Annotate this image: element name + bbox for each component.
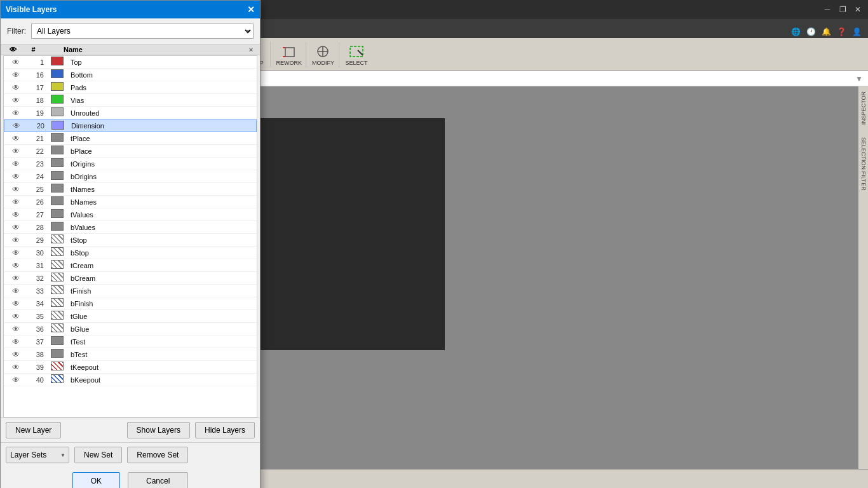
layer-name[interactable]: bStop [71,249,254,257]
header-clear[interactable]: × [245,46,257,53]
remove-set-button[interactable]: Remove Set [127,447,188,463]
layer-color-swatch[interactable] [48,260,67,271]
layer-row[interactable]: 👁 39 tKeepout [4,361,257,374]
layer-visibility-toggle[interactable]: 👁 [6,83,25,92]
layer-visibility-toggle[interactable]: 👁 [6,363,25,372]
layer-row[interactable]: 👁 21 tPlace [4,132,257,145]
layer-visibility-toggle[interactable]: 👁 [6,312,25,321]
layer-color-swatch[interactable] [48,107,67,118]
layer-name[interactable]: Dimension [71,122,254,130]
layer-color-swatch[interactable] [48,234,67,245]
layer-name[interactable]: bOrigins [71,173,254,180]
layer-row[interactable]: 👁 31 tCream [4,259,257,272]
layer-color-swatch[interactable] [48,247,67,258]
layer-name[interactable]: bKeepout [71,376,254,384]
layer-visibility-toggle[interactable]: 👁 [6,261,25,270]
layer-color-swatch[interactable] [48,171,67,182]
dialog-close-button[interactable]: ✕ [247,4,255,15]
layer-visibility-toggle[interactable]: 👁 [6,172,25,181]
layer-name[interactable]: tNames [71,186,254,193]
layer-color-swatch[interactable] [48,336,67,347]
layer-color-swatch[interactable] [48,133,67,144]
layer-name[interactable]: tTest [71,338,254,346]
new-set-button[interactable]: New Set [74,447,122,463]
layer-visibility-toggle[interactable]: 👁 [6,274,25,283]
layer-row[interactable]: 👁 36 bGlue [4,323,257,336]
show-layers-button[interactable]: Show Layers [127,422,190,438]
layer-row[interactable]: 👁 30 bStop [4,247,257,259]
layer-visibility-toggle[interactable]: 👁 [6,223,25,232]
layer-color-swatch[interactable] [48,95,67,105]
layer-row[interactable]: 👁 18 Vias [4,94,257,107]
layer-row[interactable]: 👁 24 bOrigins [4,170,257,183]
layer-row[interactable]: 👁 34 bFinish [4,297,257,310]
layer-name[interactable]: bPlace [71,147,254,155]
layer-name[interactable]: tKeepout [71,363,254,371]
layer-color-swatch[interactable] [48,311,67,322]
layer-name[interactable]: tOrigins [71,160,254,168]
layer-color-swatch[interactable] [48,374,67,385]
layer-name[interactable]: bTest [71,351,254,358]
layer-name[interactable]: Top [71,58,254,66]
layer-color-swatch[interactable] [48,222,67,233]
layer-row[interactable]: 👁 20 Dimension [4,119,257,132]
layer-name[interactable]: tPlace [71,135,254,142]
layer-visibility-toggle[interactable]: 👁 [6,287,25,295]
layer-row[interactable]: 👁 16 Bottom [4,69,257,81]
layer-row[interactable]: 👁 23 tOrigins [4,158,257,170]
layer-row[interactable]: 👁 25 tNames [4,183,257,196]
layer-name[interactable]: tStop [71,236,254,244]
layer-row[interactable]: 👁 40 bKeepout [4,374,257,386]
layer-color-swatch[interactable] [48,82,67,93]
layer-visibility-toggle[interactable]: 👁 [6,210,25,219]
layer-visibility-toggle[interactable]: 👁 [6,376,25,384]
layer-name[interactable]: bCream [71,274,254,282]
layer-name[interactable]: bFinish [71,300,254,308]
layer-color-swatch[interactable] [48,323,67,334]
layer-row[interactable]: 👁 17 Pads [4,81,257,94]
layer-color-swatch[interactable] [48,349,67,360]
layer-color-swatch[interactable] [48,146,67,156]
layer-visibility-toggle[interactable]: 👁 [6,299,25,308]
layer-visibility-toggle[interactable]: 👁 [6,71,25,79]
layer-name[interactable]: tFinish [71,287,254,295]
layer-visibility-toggle[interactable]: 👁 [6,325,25,334]
layer-color-swatch[interactable] [48,298,67,309]
layer-color-swatch[interactable] [48,121,67,132]
layer-color-swatch[interactable] [48,362,67,372]
layer-color-swatch[interactable] [48,184,67,194]
layer-visibility-toggle[interactable]: 👁 [6,198,25,207]
hide-layers-button[interactable]: Hide Layers [195,422,255,438]
layer-color-swatch[interactable] [48,69,67,80]
layer-name[interactable]: Pads [71,84,254,92]
layer-name[interactable]: bGlue [71,325,254,333]
layer-visibility-toggle[interactable]: 👁 [6,109,25,118]
cancel-button[interactable]: Cancel [128,472,188,488]
layer-visibility-toggle[interactable]: 👁 [6,159,25,168]
layer-color-swatch[interactable] [48,209,67,220]
layer-color-swatch[interactable] [48,273,67,283]
layer-visibility-toggle[interactable]: 👁 [6,337,25,346]
layer-row[interactable]: 👁 29 tStop [4,234,257,247]
layer-visibility-toggle[interactable]: 👁 [6,236,25,245]
layer-row[interactable]: 👁 37 tTest [4,336,257,348]
layer-name[interactable]: Bottom [71,71,254,79]
filter-select[interactable]: All Layers Signal Layers Technical Layer… [31,24,254,39]
layer-name[interactable]: bNames [71,198,254,206]
layer-visibility-toggle[interactable]: 👁 [6,185,25,194]
layer-row[interactable]: 👁 35 tGlue [4,310,257,323]
layer-color-swatch[interactable] [48,158,67,169]
layer-row[interactable]: 👁 32 bCream [4,272,257,285]
ok-button[interactable]: OK [72,472,120,488]
layer-name[interactable]: bValues [71,224,254,231]
layer-row[interactable]: 👁 1 Top [4,56,257,69]
new-layer-button[interactable]: New Layer [6,422,61,438]
layer-name[interactable]: tGlue [71,313,254,320]
layer-visibility-toggle[interactable]: 👁 [6,96,25,105]
layer-row[interactable]: 👁 28 bValues [4,221,257,234]
layer-name[interactable]: tCream [71,262,254,269]
layer-color-swatch[interactable] [48,285,67,296]
layer-color-swatch[interactable] [48,196,67,207]
layer-visibility-toggle[interactable]: 👁 [6,58,25,67]
layer-row[interactable]: 👁 27 tValues [4,208,257,221]
